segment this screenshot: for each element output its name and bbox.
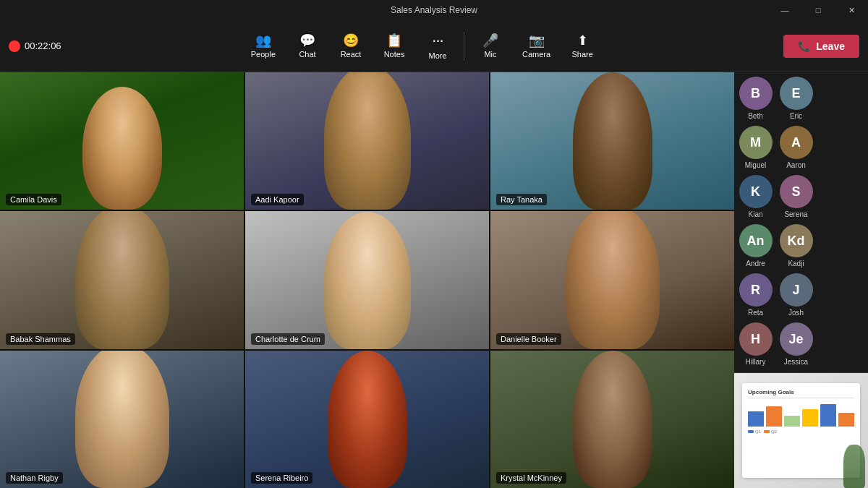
share-label: Share bbox=[571, 50, 592, 59]
screen-legend: Q1 Q2 bbox=[748, 429, 854, 434]
name-kian: Kian bbox=[748, 210, 762, 218]
camera-icon: 📷 bbox=[529, 34, 545, 47]
tile-bg-krystal bbox=[490, 351, 734, 488]
legend-dot-1 bbox=[748, 430, 754, 433]
minimize-button[interactable]: — bbox=[768, 0, 801, 20]
avatar-aaron: A bbox=[780, 126, 813, 159]
tile-bg-charlotte bbox=[245, 211, 489, 348]
tile-name-ray: Ray Tanaka bbox=[496, 194, 547, 205]
chat-icon: 💬 bbox=[299, 34, 315, 47]
tile-name-charlotte: Charlotte de Crum bbox=[251, 333, 325, 345]
more-label: More bbox=[428, 51, 446, 60]
toolbar-divider bbox=[464, 32, 464, 61]
avatar-hillary: H bbox=[739, 322, 773, 356]
react-icon: 😊 bbox=[343, 34, 359, 47]
name-miguel: Miguel bbox=[745, 161, 766, 169]
video-tile-serena-r[interactable]: Serena Ribeiro bbox=[245, 351, 489, 488]
video-tile-babak[interactable]: Babak Shammas bbox=[0, 211, 244, 348]
people-button[interactable]: 👥 People bbox=[242, 30, 284, 63]
tile-bg-serena-r bbox=[245, 351, 489, 488]
name-beth: Beth bbox=[748, 112, 763, 120]
bar-6 bbox=[838, 413, 854, 427]
chat-label: Chat bbox=[299, 50, 315, 59]
participant-reta[interactable]: R Reta bbox=[738, 273, 774, 317]
camera-label: Camera bbox=[522, 50, 550, 59]
video-tile-danielle[interactable]: Danielle Booker bbox=[490, 211, 734, 348]
tile-name-aadi: Aadi Kapoor bbox=[251, 194, 304, 205]
avatar-circle-andre: An bbox=[739, 224, 773, 257]
leave-button[interactable]: 📞 Leave bbox=[783, 35, 859, 58]
avatar-aadi bbox=[324, 72, 411, 210]
avatar-eric: E bbox=[780, 77, 813, 110]
camera-button[interactable]: 📷 Camera bbox=[514, 30, 559, 63]
participants-row-3: K Kian S Serena bbox=[737, 175, 814, 218]
chat-button[interactable]: 💬 Chat bbox=[287, 30, 328, 63]
avatar-babak bbox=[75, 211, 169, 348]
avatar-jessica: Je bbox=[780, 322, 813, 356]
screen-title: Upcoming Goals bbox=[748, 389, 854, 398]
participants-row-6: H Hillary Je Jessica bbox=[737, 322, 814, 366]
video-tile-aadi[interactable]: Aadi Kapoor bbox=[245, 72, 489, 210]
video-tile-krystal[interactable]: Krystal McKinney bbox=[490, 351, 734, 488]
screen-content: Upcoming Goals Q1 bbox=[742, 383, 860, 477]
participant-aaron[interactable]: A Aaron bbox=[778, 126, 814, 169]
participant-serena-sb[interactable]: S Serena bbox=[778, 175, 814, 218]
participants-row-4: An Andre Kd Kadji bbox=[737, 224, 814, 267]
participants-row-2: M Miguel A Aaron bbox=[737, 126, 814, 169]
tile-bg-nathan bbox=[0, 351, 244, 488]
avatar-charlotte bbox=[324, 212, 411, 349]
plant-decor bbox=[843, 445, 865, 488]
participant-kadji[interactable]: Kd Kadji bbox=[778, 224, 814, 267]
main-content: Camila Davis Aadi Kapoor Ray Tanaka Baba… bbox=[0, 72, 868, 488]
avatar-circle-josh: J bbox=[780, 273, 813, 307]
avatar-circle-reta: R bbox=[739, 273, 773, 307]
avatar-circle-kian: K bbox=[739, 175, 773, 208]
avatar-andre: An bbox=[739, 224, 773, 257]
avatar-nathan bbox=[75, 351, 169, 488]
avatar-miguel: M bbox=[739, 126, 773, 159]
more-button[interactable]: ··· More bbox=[417, 28, 458, 64]
participant-andre[interactable]: An Andre bbox=[738, 224, 774, 267]
people-icon: 👥 bbox=[255, 34, 271, 47]
mic-label: Mic bbox=[484, 50, 496, 59]
participant-hillary[interactable]: H Hillary bbox=[738, 322, 774, 366]
toolbar-center: 👥 People 💬 Chat 😊 React 📋 Notes ··· More… bbox=[242, 28, 603, 64]
participant-jessica[interactable]: Je Jessica bbox=[778, 322, 814, 366]
bar-1 bbox=[748, 411, 764, 427]
share-button[interactable]: ⬆ Share bbox=[562, 30, 603, 63]
bar-2 bbox=[766, 406, 782, 427]
participant-eric[interactable]: E Eric bbox=[778, 77, 814, 120]
more-icon: ··· bbox=[432, 33, 443, 48]
name-serena-sb: Serena bbox=[784, 210, 807, 218]
name-reta: Reta bbox=[748, 309, 763, 317]
toolbar: 00:22:06 👥 People 💬 Chat 😊 React 📋 Notes… bbox=[0, 20, 868, 72]
name-kadji: Kadji bbox=[788, 260, 804, 267]
legend-dot-2 bbox=[764, 430, 770, 433]
notes-button[interactable]: 📋 Notes bbox=[374, 30, 414, 63]
video-grid: Camila Davis Aadi Kapoor Ray Tanaka Baba… bbox=[0, 72, 734, 488]
tile-bg-babak bbox=[0, 211, 244, 348]
video-tile-camila[interactable]: Camila Davis bbox=[0, 72, 244, 210]
participant-josh[interactable]: J Josh bbox=[778, 273, 814, 317]
phone-icon: 📞 bbox=[798, 40, 810, 52]
title-bar: Sales Analysis Review — □ ✕ bbox=[0, 0, 868, 20]
participants-row-1: B Beth E Eric bbox=[737, 77, 814, 120]
maximize-button[interactable]: □ bbox=[801, 0, 835, 20]
tile-name-serena-r: Serena Ribeiro bbox=[251, 472, 312, 484]
bar-3 bbox=[784, 416, 800, 427]
avatar-circle-beth: B bbox=[739, 77, 773, 110]
participant-beth[interactable]: B Beth bbox=[738, 77, 774, 120]
presenter-tile[interactable]: Upcoming Goals Q1 bbox=[734, 372, 868, 488]
close-button[interactable]: ✕ bbox=[835, 0, 868, 20]
participant-miguel[interactable]: M Miguel bbox=[738, 126, 774, 169]
video-tile-charlotte[interactable]: Charlotte de Crum bbox=[245, 211, 489, 348]
name-andre: Andre bbox=[746, 260, 765, 267]
avatar-circle-kadji: Kd bbox=[780, 224, 813, 257]
video-tile-nathan[interactable]: Nathan Rigby bbox=[0, 351, 244, 488]
video-tile-ray[interactable]: Ray Tanaka bbox=[490, 72, 734, 210]
legend-label-2: Q2 bbox=[771, 429, 777, 434]
participant-kian[interactable]: K Kian bbox=[738, 175, 774, 218]
react-button[interactable]: 😊 React bbox=[331, 30, 371, 63]
mic-button[interactable]: 🎤 Mic bbox=[470, 30, 511, 63]
tile-name-nathan: Nathan Rigby bbox=[6, 472, 63, 484]
